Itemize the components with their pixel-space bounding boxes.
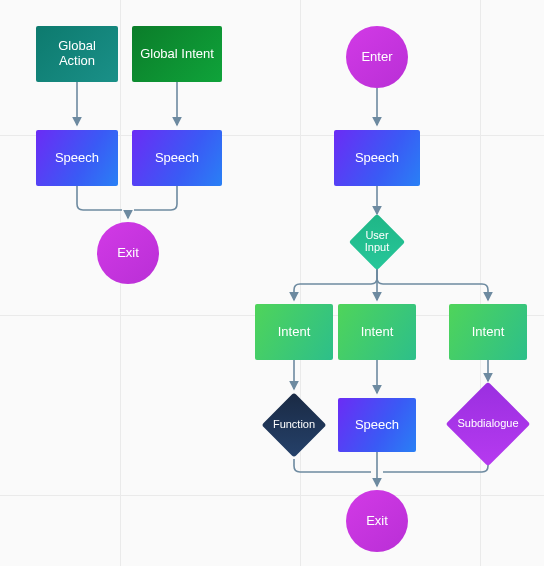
node-exit_left[interactable]: Exit <box>97 222 159 284</box>
speech_r2-label: Speech <box>355 418 399 433</box>
edge-e3[interactable] <box>77 186 177 218</box>
subdialogue-label: Subdialogue <box>458 394 518 454</box>
node-function[interactable]: Function <box>271 402 317 448</box>
intent_1-label: Intent <box>278 325 311 340</box>
node-speech_l1[interactable]: Speech <box>36 130 118 186</box>
edge-e12[interactable] <box>294 452 488 486</box>
intent_2-label: Intent <box>361 325 394 340</box>
edge-e6-line <box>294 268 377 300</box>
node-user_input[interactable]: User Input <box>357 222 397 262</box>
node-global_action[interactable]: Global Action <box>36 26 118 82</box>
node-exit_right[interactable]: Exit <box>346 490 408 552</box>
node-intent_2[interactable]: Intent <box>338 304 416 360</box>
node-enter[interactable]: Enter <box>346 26 408 88</box>
enter-label: Enter <box>361 50 392 65</box>
exit_right-label: Exit <box>366 514 388 529</box>
speech_r1-label: Speech <box>355 151 399 166</box>
edges-layer <box>0 0 544 566</box>
edge-e8-line <box>377 268 488 300</box>
node-speech_l2[interactable]: Speech <box>132 130 222 186</box>
user_input-label: User Input <box>357 222 397 262</box>
exit_left-label: Exit <box>117 246 139 261</box>
intent_3-label: Intent <box>472 325 505 340</box>
global_intent-label: Global Intent <box>140 47 214 62</box>
node-speech_r2[interactable]: Speech <box>338 398 416 452</box>
node-global_intent[interactable]: Global Intent <box>132 26 222 82</box>
function-label: Function <box>271 402 317 448</box>
node-intent_1[interactable]: Intent <box>255 304 333 360</box>
speech_l2-label: Speech <box>155 151 199 166</box>
speech_l1-label: Speech <box>55 151 99 166</box>
node-intent_3[interactable]: Intent <box>449 304 527 360</box>
global_action-label: Global Action <box>40 39 114 69</box>
node-subdialogue[interactable]: Subdialogue <box>458 394 518 454</box>
node-speech_r1[interactable]: Speech <box>334 130 420 186</box>
